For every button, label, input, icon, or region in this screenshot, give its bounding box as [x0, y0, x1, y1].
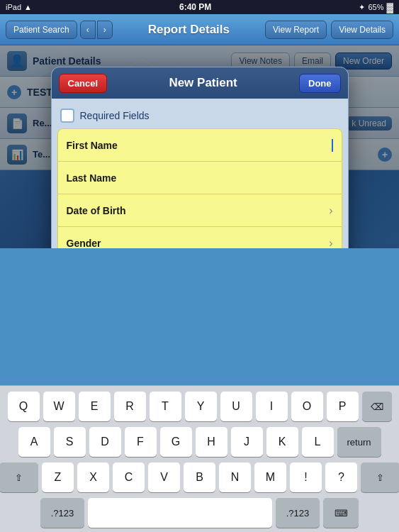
modal-body: Required Fields First Name Last Name: [52, 99, 348, 248]
first-name-input[interactable]: [145, 140, 332, 151]
nav-right: View Report View Details: [265, 21, 393, 39]
keyboard-row-4: .?123 .?123 ⌨: [3, 498, 396, 528]
new-patient-modal: Cancel New Patient Done Required Fields …: [51, 67, 349, 248]
status-bar: iPad ▲ 6:40 PM ✦ 65% ▓: [0, 0, 399, 14]
key-k[interactable]: K: [266, 427, 298, 457]
dob-chevron-icon: ›: [329, 204, 332, 217]
key-s[interactable]: S: [54, 427, 86, 457]
key-u[interactable]: U: [220, 392, 252, 421]
keyboard-dismiss-key[interactable]: ⌨: [323, 498, 359, 528]
numbers-key-left[interactable]: .?123: [40, 498, 84, 528]
ipad-label: iPad: [6, 3, 21, 11]
key-b[interactable]: B: [184, 462, 215, 492]
first-name-field[interactable]: First Name: [58, 129, 342, 162]
key-h[interactable]: H: [196, 427, 227, 457]
bluetooth-icon: ✦: [359, 3, 365, 12]
dob-label: Date of Birth: [67, 205, 145, 216]
done-button[interactable]: Done: [299, 74, 341, 93]
key-p[interactable]: P: [327, 392, 359, 421]
return-key[interactable]: return: [337, 427, 381, 457]
cursor-indicator: [332, 139, 333, 152]
forward-button[interactable]: ›: [97, 21, 113, 39]
battery-label: 65%: [368, 3, 383, 11]
space-key[interactable]: [88, 498, 272, 528]
key-x[interactable]: X: [77, 462, 109, 492]
key-d[interactable]: D: [89, 427, 121, 457]
required-fields-row: Required Fields: [57, 104, 342, 127]
key-m[interactable]: M: [254, 462, 286, 492]
form-section: First Name Last Name Date of Birth ›: [57, 128, 342, 248]
patient-search-button[interactable]: Patient Search: [6, 21, 77, 39]
key-w[interactable]: W: [43, 392, 75, 421]
shift-right-key[interactable]: ⇧: [361, 462, 399, 492]
key-a[interactable]: A: [18, 427, 50, 457]
required-label: Required Fields: [80, 110, 150, 121]
shift-key[interactable]: ⇧: [0, 462, 38, 492]
key-v[interactable]: V: [148, 462, 180, 492]
battery-icon: ▓: [387, 2, 393, 13]
key-z[interactable]: Z: [42, 462, 74, 492]
last-name-label: Last Name: [67, 172, 145, 184]
required-checkbox[interactable]: [60, 109, 74, 123]
key-n[interactable]: N: [219, 462, 251, 492]
key-i[interactable]: I: [256, 392, 288, 421]
key-j[interactable]: J: [231, 427, 263, 457]
key-f[interactable]: F: [125, 427, 157, 457]
numbers-key-right[interactable]: .?123: [276, 498, 320, 528]
key-y[interactable]: Y: [185, 392, 217, 421]
keyboard-row-2: A S D F G H J K L return: [3, 427, 396, 457]
key-question[interactable]: ?: [325, 462, 357, 492]
on-screen-keyboard: Q W E R T Y U I O P ⌫ A S D F G H J K L …: [0, 385, 399, 532]
keyboard-row-1: Q W E R T Y U I O P ⌫: [3, 392, 396, 421]
top-nav: Patient Search ‹ › Report Details View R…: [0, 14, 399, 45]
key-exclamation[interactable]: !: [290, 462, 322, 492]
status-time: 6:40 PM: [179, 2, 211, 12]
key-r[interactable]: R: [114, 392, 146, 421]
keyboard-row-3: ⇧ Z X C V B N M ! ? ⇧: [3, 462, 396, 492]
backspace-key[interactable]: ⌫: [362, 392, 392, 421]
first-name-label: First Name: [67, 140, 145, 151]
cancel-button[interactable]: Cancel: [59, 74, 108, 93]
status-right: ✦ 65% ▓: [359, 2, 393, 13]
key-t[interactable]: T: [150, 392, 181, 421]
gender-field[interactable]: Gender ›: [58, 227, 342, 248]
key-g[interactable]: G: [160, 427, 192, 457]
wifi-icon: ▲: [24, 3, 32, 11]
key-l[interactable]: L: [302, 427, 334, 457]
nav-title: Report Details: [148, 23, 230, 37]
nav-left: Patient Search ‹ ›: [6, 21, 113, 39]
last-name-input[interactable]: [145, 172, 333, 184]
modal-header: Cancel New Patient Done: [52, 67, 348, 99]
gender-label: Gender: [67, 238, 145, 248]
dob-field[interactable]: Date of Birth ›: [58, 194, 342, 227]
key-o[interactable]: O: [291, 392, 323, 421]
status-left: iPad ▲: [6, 3, 32, 11]
modal-overlay: Cancel New Patient Done Required Fields …: [0, 45, 399, 248]
nav-arrows: ‹ ›: [80, 21, 113, 39]
back-button[interactable]: ‹: [80, 21, 96, 39]
last-name-field[interactable]: Last Name: [58, 162, 342, 194]
key-q[interactable]: Q: [8, 392, 40, 421]
gender-chevron-icon: ›: [329, 237, 332, 248]
view-details-button[interactable]: View Details: [331, 21, 393, 39]
key-c[interactable]: C: [113, 462, 145, 492]
key-e[interactable]: E: [79, 392, 111, 421]
background-area: 👤 Patient Details View Notes Email New O…: [0, 45, 399, 248]
modal-title: New Patient: [169, 76, 237, 90]
view-report-button[interactable]: View Report: [265, 21, 327, 39]
